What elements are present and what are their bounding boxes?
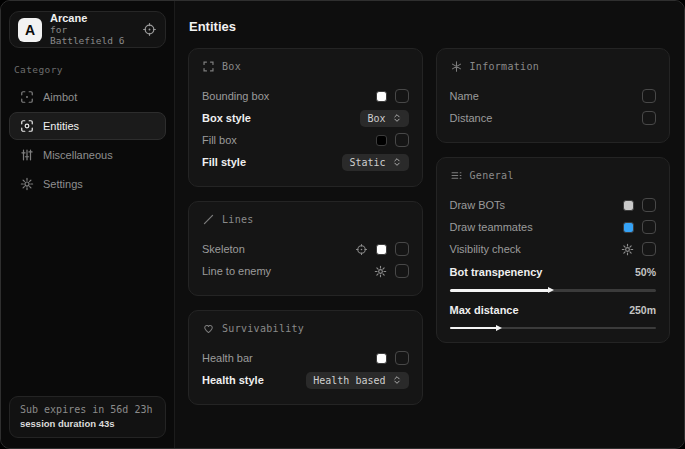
sidebar-item-entities[interactable]: Entities <box>9 112 166 140</box>
row-bot-transparency: Bot transpenency 50% <box>450 262 657 282</box>
information-burst-icon <box>450 60 463 73</box>
row-label: Health style <box>202 374 264 386</box>
row-label: Distance <box>450 112 493 124</box>
sidebar-item-label: Aimbot <box>43 91 77 103</box>
section-title: Box <box>222 61 241 72</box>
line-to-enemy-config-gear-icon[interactable] <box>374 265 387 278</box>
sidebar-item-miscellaneous[interactable]: Miscellaneous <box>9 141 166 169</box>
app-subtitle: for Battlefield 6 <box>50 25 134 47</box>
sliders-icon <box>20 148 34 162</box>
gear-icon <box>20 177 34 191</box>
color-swatch[interactable] <box>376 353 387 364</box>
app-window: A Arcane for Battlefield 6 Category Aimb… <box>0 0 685 449</box>
draw-bots-checkbox[interactable] <box>642 198 656 212</box>
main-panel: Entities Box Bounding box <box>175 1 684 448</box>
session-duration-text: session duration 43s <box>20 418 155 429</box>
fill-box-checkbox[interactable] <box>395 133 409 147</box>
right-column: Information Name Distance <box>436 48 671 343</box>
row-draw-teammates: Draw teammates <box>450 216 657 238</box>
left-column: Box Bounding box Box style Box <box>188 48 423 405</box>
sidebar-item-aimbot[interactable]: Aimbot <box>9 83 166 111</box>
page-title: Entities <box>189 19 670 34</box>
skeleton-config-gear-icon[interactable] <box>355 243 368 256</box>
row-label: Box style <box>202 112 251 124</box>
section-title: General <box>470 170 514 181</box>
section-title: Survivability <box>222 323 304 334</box>
sidebar: A Arcane for Battlefield 6 Category Aimb… <box>1 1 175 448</box>
slider-fill <box>450 289 549 292</box>
row-label: Draw teammates <box>450 221 533 233</box>
heart-icon <box>202 322 215 335</box>
row-label: Bot transpenency <box>450 266 543 278</box>
row-label: Health bar <box>202 352 253 364</box>
row-draw-bots: Draw BOTs <box>450 194 657 216</box>
distance-checkbox[interactable] <box>642 111 656 125</box>
color-swatch[interactable] <box>623 200 634 211</box>
general-card: General Draw BOTs Draw teammates <box>436 157 671 343</box>
row-visibility-check: Visibility check <box>450 238 657 260</box>
row-bounding-box: Bounding box <box>202 85 409 107</box>
information-card: Information Name Distance <box>436 48 671 143</box>
color-swatch[interactable] <box>376 91 387 102</box>
visibility-check-checkbox[interactable] <box>642 242 656 256</box>
app-header-card: A Arcane for Battlefield 6 <box>9 11 166 48</box>
fill-style-dropdown[interactable]: Static <box>342 154 408 171</box>
app-logo: A <box>18 18 42 42</box>
sidebar-item-label: Miscellaneous <box>43 149 113 161</box>
color-swatch[interactable] <box>376 135 387 146</box>
bot-transparency-slider[interactable] <box>450 289 657 292</box>
health-bar-checkbox[interactable] <box>395 351 409 365</box>
slider-thumb[interactable] <box>548 287 554 293</box>
survivability-card: Survivability Health bar Health style He… <box>188 310 423 405</box>
dropdown-value: Health based <box>313 375 385 386</box>
row-label: Max distance <box>450 304 519 316</box>
skeleton-checkbox[interactable] <box>395 242 409 256</box>
row-distance: Distance <box>450 107 657 129</box>
bot-transparency-control: Bot transpenency 50% <box>450 262 657 292</box>
row-health-style: Health style Health based <box>202 369 409 391</box>
color-swatch[interactable] <box>623 222 634 233</box>
sub-expiry-text: Sub expires in 56d 23h <box>20 404 155 415</box>
row-label: Fill box <box>202 134 237 146</box>
list-grid-icon <box>450 169 463 182</box>
bounding-box-checkbox[interactable] <box>395 89 409 103</box>
row-fill-box: Fill box <box>202 129 409 151</box>
max-distance-control: Max distance 250m <box>450 300 657 330</box>
scan-eye-icon <box>20 119 34 133</box>
row-skeleton: Skeleton <box>202 238 409 260</box>
health-style-dropdown[interactable]: Health based <box>306 372 408 389</box>
row-fill-style: Fill style Static <box>202 151 409 173</box>
box-corners-icon <box>202 60 215 73</box>
lines-card: Lines Skeleton Line to enemy <box>188 201 423 296</box>
box-card: Box Bounding box Box style Box <box>188 48 423 187</box>
row-label: Skeleton <box>202 243 245 255</box>
row-health-bar: Health bar <box>202 347 409 369</box>
draw-teammates-checkbox[interactable] <box>642 220 656 234</box>
row-box-style: Box style Box <box>202 107 409 129</box>
category-label: Category <box>14 64 166 75</box>
sidebar-item-settings[interactable]: Settings <box>9 170 166 198</box>
slider-fill <box>450 327 497 330</box>
box-style-dropdown[interactable]: Box <box>360 110 408 127</box>
row-label: Fill style <box>202 156 246 168</box>
row-label: Visibility check <box>450 243 521 255</box>
row-name: Name <box>450 85 657 107</box>
row-max-distance: Max distance 250m <box>450 300 657 320</box>
max-distance-slider[interactable] <box>450 327 657 330</box>
updown-arrows-icon <box>392 375 402 385</box>
dropdown-value: Static <box>349 157 385 168</box>
color-swatch[interactable] <box>376 244 387 255</box>
slider-thumb[interactable] <box>496 325 502 331</box>
row-label: Draw BOTs <box>450 199 506 211</box>
line-to-enemy-checkbox[interactable] <box>395 264 409 278</box>
subscription-card: Sub expires in 56d 23h session duration … <box>9 396 166 438</box>
dropdown-value: Box <box>367 113 385 124</box>
app-meta: Arcane for Battlefield 6 <box>50 12 134 46</box>
app-settings-icon[interactable] <box>142 22 157 37</box>
visibility-config-gear-icon[interactable] <box>621 243 634 256</box>
row-label: Line to enemy <box>202 265 271 277</box>
updown-arrows-icon <box>392 113 402 123</box>
name-checkbox[interactable] <box>642 89 656 103</box>
updown-arrows-icon <box>392 157 402 167</box>
app-name: Arcane <box>50 12 134 25</box>
